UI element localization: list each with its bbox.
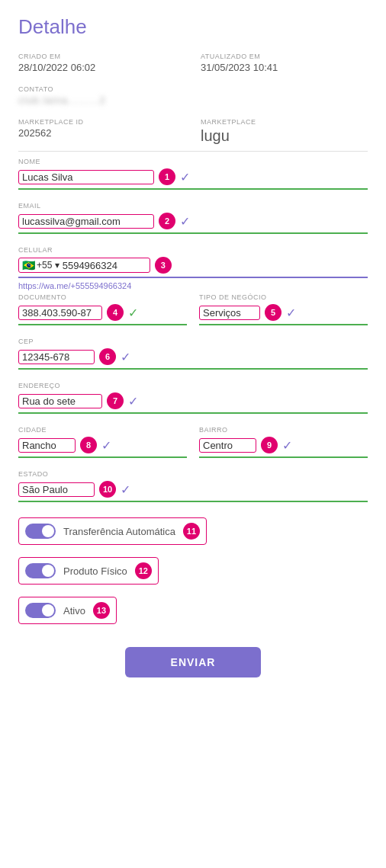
- produto-toggle-row[interactable]: Produto Físico 12: [18, 557, 159, 585]
- ativo-toggle-row[interactable]: Ativo 13: [18, 597, 117, 624]
- bairro-checkmark: ✓: [282, 438, 292, 453]
- marketplace-label: MARKETPLACE: [201, 118, 368, 126]
- bairro-input[interactable]: [203, 440, 253, 451]
- cep-badge: 6: [99, 348, 116, 365]
- tipo-negocio-input-row: 5 ✓: [199, 304, 368, 325]
- endereco-input[interactable]: [22, 396, 98, 407]
- produto-badge: 12: [135, 562, 152, 579]
- transferencia-label: Transferência Automática: [63, 526, 175, 537]
- email-input[interactable]: [22, 216, 150, 227]
- nome-badge: 1: [159, 168, 175, 185]
- ativo-toggle[interactable]: [25, 603, 56, 618]
- email-field-group: EMAIL 2 ✓: [18, 202, 368, 234]
- marketplace-block: MARKETPLACE lugu: [201, 118, 368, 145]
- endereco-checkmark: ✓: [128, 394, 138, 408]
- email-badge: 2: [159, 213, 175, 229]
- endereco-label: ENDEREÇO: [18, 382, 368, 389]
- produto-slider[interactable]: [25, 563, 56, 578]
- celular-input[interactable]: [63, 260, 146, 271]
- atualizado-value: 31/05/2023 10:41: [201, 62, 368, 73]
- cep-checkmark: ✓: [121, 350, 130, 364]
- email-input-row: 2 ✓: [18, 213, 368, 234]
- nome-input-row: 1 ✓: [18, 168, 368, 190]
- marketplace-grid: MARKETPLACE ID 202562 MARKETPLACE lugu: [18, 118, 368, 145]
- criado-value: 28/10/2022 06:02: [18, 62, 185, 73]
- nome-checkmark: ✓: [180, 170, 190, 184]
- bairro-field-group: BAIRRO 9 ✓: [199, 426, 368, 458]
- tipo-negocio-label: TIPO DE NEGÓCIO: [199, 293, 368, 301]
- endereco-input-row: 7 ✓: [18, 392, 368, 414]
- bairro-badge: 9: [261, 437, 278, 453]
- marketplace-id-value: 202562: [18, 127, 185, 139]
- estado-input[interactable]: [22, 484, 91, 495]
- documento-label: DOCUMENTO: [18, 293, 187, 301]
- celular-input-row: 🇧🇷 +55 ▾ 3: [18, 257, 368, 278]
- cidade-checkmark: ✓: [101, 438, 111, 453]
- estado-label: ESTADO: [18, 470, 368, 478]
- marketplace-value: lugu: [201, 127, 368, 145]
- produto-label: Produto Físico: [63, 565, 127, 577]
- submit-button[interactable]: ENVIAR: [125, 647, 262, 677]
- tipo-negocio-checkmark: ✓: [286, 306, 296, 320]
- marketplace-id-block: MARKETPLACE ID 202562: [18, 118, 185, 145]
- transferencia-badge: 11: [183, 523, 200, 540]
- form-section: NOME 1 ✓ EMAIL 2 ✓ CELULAR: [18, 158, 368, 624]
- documento-input[interactable]: [22, 307, 98, 319]
- documento-badge: 4: [107, 304, 124, 321]
- cidade-input[interactable]: [22, 440, 72, 451]
- ativo-badge: 13: [93, 602, 110, 619]
- cep-field-group: CEP 6 ✓: [18, 338, 368, 370]
- cep-input[interactable]: [22, 351, 91, 363]
- cidade-input-row: 8 ✓: [18, 437, 187, 458]
- tipo-negocio-badge: 5: [265, 304, 281, 321]
- transferencia-toggle[interactable]: [25, 524, 56, 539]
- ativo-label: Ativo: [63, 605, 85, 617]
- celular-badge: 3: [155, 257, 172, 274]
- phone-prefix: +55 ▾: [37, 260, 60, 271]
- documento-field-group: DOCUMENTO 4 ✓: [18, 293, 187, 325]
- tipo-negocio-input[interactable]: [203, 307, 256, 319]
- whatsapp-link[interactable]: https://wa.me/+555594966324: [18, 281, 368, 290]
- bairro-label: BAIRRO: [199, 426, 368, 434]
- endereco-badge: 7: [107, 392, 124, 409]
- documento-input-row: 4 ✓: [18, 304, 187, 325]
- meta-criado: CRIADO EM 28/10/2022 06:02: [18, 53, 185, 73]
- email-label: EMAIL: [18, 202, 368, 210]
- page-title: Detalhe: [18, 15, 368, 39]
- meta-grid: CRIADO EM 28/10/2022 06:02 ATUALIZADO EM…: [18, 53, 368, 73]
- contato-row: CONTATO club.laina.........2: [18, 85, 368, 106]
- estado-field-group: ESTADO 10 ✓: [18, 470, 368, 502]
- nome-field-group: NOME 1 ✓: [18, 158, 368, 190]
- email-checkmark: ✓: [180, 214, 190, 229]
- transferencia-toggle-row[interactable]: Transferência Automática 11: [18, 517, 207, 545]
- produto-toggle[interactable]: [25, 563, 56, 578]
- contato-value: club.laina.........2: [18, 94, 368, 106]
- estado-input-row: 10 ✓: [18, 481, 368, 502]
- cep-label: CEP: [18, 338, 368, 345]
- marketplace-id-label: MARKETPLACE ID: [18, 118, 185, 126]
- divider: [18, 151, 368, 152]
- tipo-negocio-field-group: TIPO DE NEGÓCIO 5 ✓: [199, 293, 368, 325]
- endereco-field-group: ENDEREÇO 7 ✓: [18, 382, 368, 414]
- cep-input-row: 6 ✓: [18, 348, 368, 370]
- celular-label: CELULAR: [18, 246, 368, 254]
- page-container: Detalhe CRIADO EM 28/10/2022 06:02 ATUAL…: [0, 0, 386, 708]
- transferencia-slider[interactable]: [25, 524, 56, 539]
- meta-atualizado: ATUALIZADO EM 31/05/2023 10:41: [201, 53, 368, 73]
- flag-icon: 🇧🇷: [22, 259, 35, 271]
- cidade-label: CIDADE: [18, 426, 187, 434]
- estado-badge: 10: [99, 481, 116, 498]
- nome-input[interactable]: [22, 171, 150, 183]
- cidade-bairro-row: CIDADE 8 ✓ BAIRRO 9 ✓: [18, 426, 368, 458]
- ativo-slider[interactable]: [25, 603, 56, 618]
- nome-label: NOME: [18, 158, 368, 165]
- contato-label: CONTATO: [18, 85, 368, 93]
- doc-tipo-row: DOCUMENTO 4 ✓ TIPO DE NEGÓCIO 5 ✓: [18, 293, 368, 325]
- estado-checkmark: ✓: [121, 482, 130, 497]
- cidade-badge: 8: [80, 437, 97, 453]
- bairro-input-row: 9 ✓: [199, 437, 368, 458]
- documento-checkmark: ✓: [128, 306, 138, 320]
- atualizado-label: ATUALIZADO EM: [201, 53, 368, 60]
- submit-row: ENVIAR: [18, 647, 368, 677]
- cidade-field-group: CIDADE 8 ✓: [18, 426, 187, 458]
